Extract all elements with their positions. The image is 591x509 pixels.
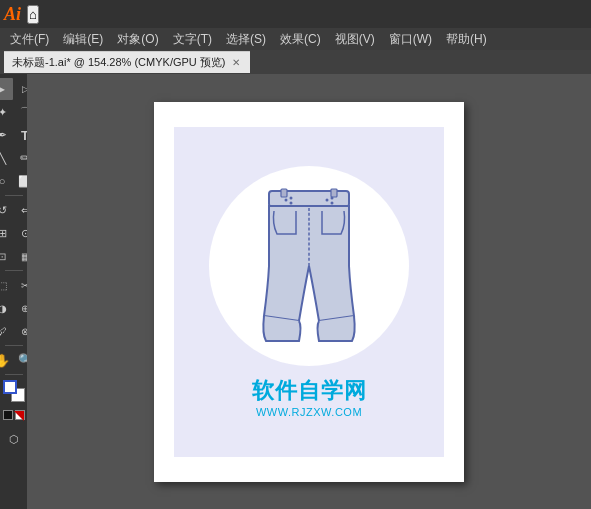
paintbrush-tool[interactable]: ✏ <box>14 147 27 169</box>
pen-tool[interactable]: ✒ <box>0 124 13 146</box>
blend-tools: 🖊 ⊗ <box>0 320 27 342</box>
artboard-tool[interactable]: ⬚ <box>0 274 13 296</box>
lasso-icon: ⌒ <box>20 105 27 119</box>
gradient-tools: ◑ ⊕ <box>0 297 27 319</box>
artboard-tools: ⬚ ✂ <box>0 274 27 296</box>
eyedropper-icon: 🖊 <box>0 326 7 337</box>
menu-select[interactable]: 选择(S) <box>220 29 272 50</box>
magic-wand-tool[interactable]: ✦ <box>0 101 13 123</box>
none-swatch[interactable] <box>3 410 13 420</box>
ellipse-icon: ○ <box>0 175 5 187</box>
menu-window[interactable]: 窗口(W) <box>383 29 438 50</box>
selection-tools: ▸ ▷ <box>0 78 27 100</box>
graph-tool[interactable]: ▦ <box>14 245 27 267</box>
tab-bar: 未标题-1.ai* @ 154.28% (CMYK/GPU 预览) ✕ <box>0 50 591 74</box>
tab-label: 未标题-1.ai* @ 154.28% (CMYK/GPU 预览) <box>12 55 226 70</box>
zoom-icon: 🔍 <box>18 353 28 367</box>
stroke-color-swatch[interactable] <box>3 380 17 394</box>
home-icon: ⌂ <box>29 7 37 22</box>
hand-tool[interactable]: ✋ <box>0 349 13 371</box>
eraser-tool[interactable]: ⬜ <box>14 170 27 192</box>
white-swatch[interactable] <box>15 410 25 420</box>
slice-tool[interactable]: ✂ <box>14 274 27 296</box>
line-icon: ╲ <box>0 151 6 165</box>
main-layout: ▸ ▷ ✦ ⌒ ✒ T ╲ ✏ <box>0 74 591 509</box>
mesh-tool[interactable]: ⊕ <box>14 297 27 319</box>
rotate-icon: ↺ <box>0 204 7 217</box>
magic-wand-icon: ✦ <box>0 106 7 119</box>
tool-separator-2 <box>5 270 23 271</box>
line-tool[interactable]: ╲ <box>0 147 13 169</box>
eyedropper-tool[interactable]: 🖊 <box>0 320 13 342</box>
paintbrush-icon: ✏ <box>20 151 27 165</box>
tool-separator-3 <box>5 345 23 346</box>
url-text-label: WWW.RJZXW.COM <box>252 406 367 418</box>
zoom-tool[interactable]: 🔍 <box>14 349 27 371</box>
gradient-tool[interactable]: ◑ <box>0 297 13 319</box>
menu-bar: 文件(F) 编辑(E) 对象(O) 文字(T) 选择(S) 效果(C) 视图(V… <box>0 28 591 50</box>
jeans-illustration <box>244 186 374 346</box>
gradient-icon: ◑ <box>0 303 7 314</box>
home-button[interactable]: ⌂ <box>27 5 39 24</box>
svg-point-7 <box>331 196 334 199</box>
document-tab[interactable]: 未标题-1.ai* @ 154.28% (CMYK/GPU 预览) ✕ <box>4 51 250 73</box>
svg-point-5 <box>290 201 293 204</box>
menu-file[interactable]: 文件(F) <box>4 29 55 50</box>
svg-point-8 <box>331 201 334 204</box>
graph-tools: ⊡ ▦ <box>0 245 27 267</box>
svg-rect-2 <box>331 189 337 197</box>
tab-close-button[interactable]: ✕ <box>232 57 240 68</box>
lasso-tool[interactable]: ⌒ <box>14 101 27 123</box>
transform-tools: ↺ ⇔ <box>0 199 27 221</box>
type-tool[interactable]: T <box>14 124 27 146</box>
circle-background <box>209 166 409 366</box>
lasso-tools: ✦ ⌒ <box>0 101 27 123</box>
ai-logo: Ai <box>4 4 21 25</box>
left-toolbar: ▸ ▷ ✦ ⌒ ✒ T ╲ ✏ <box>0 74 27 509</box>
pen-icon: ✒ <box>0 128 7 142</box>
warp-tools: ⊞ ⊙ <box>0 222 27 244</box>
svg-rect-1 <box>281 189 287 197</box>
extra-tools <box>3 405 25 425</box>
warp-tool[interactable]: ⊙ <box>14 222 27 244</box>
pen-tools: ✒ T <box>0 124 27 146</box>
tool-separator-4 <box>5 374 23 375</box>
artwork-text: 软件自学网 WWW.RJZXW.COM <box>252 376 367 418</box>
menu-effect[interactable]: 效果(C) <box>274 29 327 50</box>
isolation-icon: ⬡ <box>9 433 19 446</box>
reflect-tool[interactable]: ⇔ <box>14 199 27 221</box>
eraser-icon: ⬜ <box>18 175 27 188</box>
svg-point-3 <box>285 198 288 201</box>
artwork-container: 软件自学网 WWW.RJZXW.COM <box>174 127 444 457</box>
navigation-tools: ✋ 🔍 <box>0 349 27 371</box>
paint-bucket-tool[interactable]: ⊗ <box>14 320 27 342</box>
hand-icon: ✋ <box>0 353 10 368</box>
canvas-area: 软件自学网 WWW.RJZXW.COM <box>27 74 591 509</box>
shape-tools: ○ ⬜ <box>0 170 27 192</box>
scale-icon: ⊞ <box>0 227 7 240</box>
scale-tool[interactable]: ⊞ <box>0 222 13 244</box>
ellipse-tool[interactable]: ○ <box>0 170 13 192</box>
chinese-text-label: 软件自学网 <box>252 376 367 406</box>
line-tools: ╲ ✏ <box>0 147 27 169</box>
menu-view[interactable]: 视图(V) <box>329 29 381 50</box>
document-page: 软件自学网 WWW.RJZXW.COM <box>154 102 464 482</box>
direct-select-tool[interactable]: ▷ <box>14 78 27 100</box>
free-transform-tool[interactable]: ⊡ <box>0 245 13 267</box>
select-icon: ▸ <box>0 82 5 96</box>
menu-object[interactable]: 对象(O) <box>111 29 164 50</box>
tool-separator-1 <box>5 195 23 196</box>
artboard-icon: ⬚ <box>0 280 7 291</box>
svg-point-6 <box>326 198 329 201</box>
title-bar: Ai ⌂ <box>0 0 591 28</box>
menu-help[interactable]: 帮助(H) <box>440 29 493 50</box>
color-swatch-container <box>3 380 25 402</box>
svg-point-4 <box>290 196 293 199</box>
edit-in-isolation[interactable]: ⬡ <box>3 428 25 450</box>
rotate-tool[interactable]: ↺ <box>0 199 13 221</box>
select-tool[interactable]: ▸ <box>0 78 13 100</box>
menu-text[interactable]: 文字(T) <box>167 29 218 50</box>
menu-edit[interactable]: 编辑(E) <box>57 29 109 50</box>
free-transform-icon: ⊡ <box>0 251 6 262</box>
